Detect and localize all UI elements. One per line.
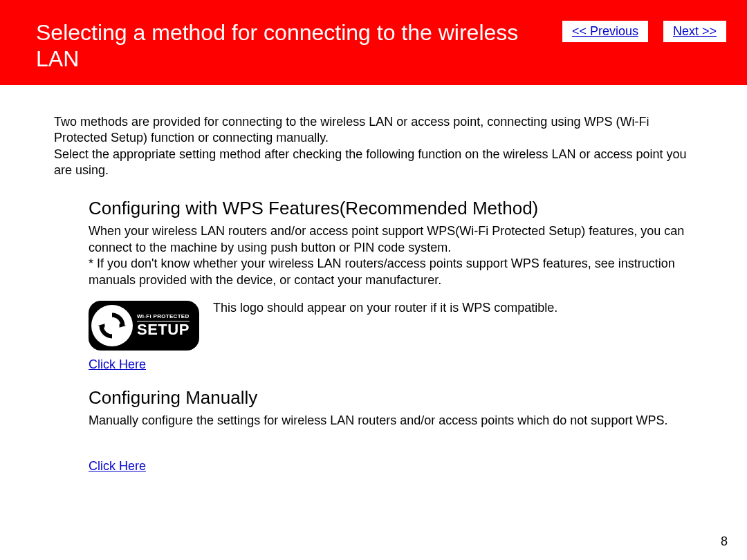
wps-click-here-link[interactable]: Click Here [89, 357, 146, 372]
manual-link-wrap: Click Here [54, 452, 711, 474]
wps-section: Configuring with WPS Features(Recommende… [54, 198, 711, 372]
nav-buttons: << Previous Next >> [562, 21, 726, 42]
manual-heading: Configuring Manually [89, 387, 711, 409]
wps-swirl-icon [91, 305, 133, 346]
page: Selecting a method for connecting to the… [0, 0, 747, 560]
manual-click-here-link[interactable]: Click Here [89, 459, 146, 474]
body-content: Two methods are provided for connecting … [0, 85, 747, 474]
wps-logo-badge: Wi-Fi PROTECTED SETUP [89, 301, 199, 351]
wps-logo-bottom-text: SETUP [137, 322, 190, 337]
header-bar: Selecting a method for connecting to the… [0, 0, 747, 85]
next-button[interactable]: Next >> [663, 21, 726, 42]
page-title: Selecting a method for connecting to the… [36, 19, 562, 73]
wps-logo-text: Wi-Fi PROTECTED SETUP [137, 314, 190, 337]
previous-button[interactable]: << Previous [562, 21, 648, 42]
wps-logo-row: Wi-Fi PROTECTED SETUP This logo should a… [89, 301, 711, 351]
wps-heading: Configuring with WPS Features(Recommende… [89, 198, 711, 219]
wps-body: When your wireless LAN routers and/or ac… [89, 223, 711, 288]
manual-body: Manually configure the settings for wire… [89, 413, 711, 429]
wps-logo-caption: This logo should appear on your router i… [213, 301, 711, 315]
intro-text: Two methods are provided for connecting … [54, 114, 704, 179]
manual-section: Configuring Manually Manually configure … [54, 387, 711, 429]
page-number: 8 [721, 534, 728, 549]
